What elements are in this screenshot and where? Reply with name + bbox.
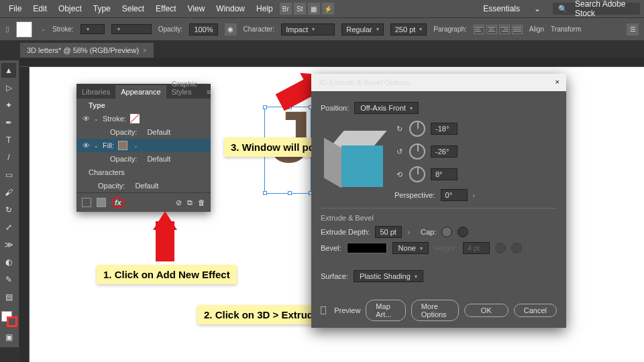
align-left-icon[interactable] — [474, 25, 484, 34]
characters-row[interactable]: Characters — [89, 168, 125, 176]
eyedropper-tool[interactable]: ✎ — [1, 272, 16, 287]
extrude-depth-value[interactable]: 50 pt — [375, 226, 402, 238]
pen-tool[interactable]: ✒ — [1, 115, 16, 130]
duplicate-icon[interactable]: ⧉ — [187, 198, 193, 207]
stroke-weight[interactable] — [80, 24, 105, 34]
menu-object[interactable]: Object — [54, 2, 87, 15]
rectangle-tool[interactable]: ▭ — [1, 168, 16, 182]
bridge-icon[interactable]: Br — [280, 3, 292, 15]
brush-tool[interactable]: 🖌 — [1, 185, 16, 200]
para-align-group — [474, 25, 523, 34]
fill-stroke-indicator[interactable] — [1, 311, 17, 327]
selection-tool[interactable]: ▲ — [1, 63, 16, 78]
artboard[interactable]: J Libraries Appearance Graphic Styles ≡ … — [30, 67, 644, 362]
ok-button[interactable]: OK — [464, 304, 508, 317]
cap-label: Cap: — [421, 228, 436, 236]
cap-off-button[interactable] — [458, 227, 468, 237]
new-stroke-icon[interactable] — [82, 198, 91, 207]
document-tab[interactable]: 3D letters* @ 58% (RGB/Preview) × — [20, 43, 154, 58]
x-angle[interactable]: -18° — [431, 123, 458, 135]
shape-builder-tool[interactable]: ◐ — [1, 255, 16, 269]
menu-file[interactable]: File — [4, 2, 26, 15]
align-right-icon[interactable] — [499, 25, 510, 34]
fill-swatch[interactable] — [118, 141, 127, 150]
visibility-icon[interactable]: 👁 — [82, 141, 90, 149]
vertical-ruler — [20, 67, 30, 362]
trash-icon[interactable]: 🗑 — [198, 198, 205, 206]
type-tool[interactable]: T — [1, 133, 16, 147]
stroke-swatch[interactable] — [130, 114, 140, 123]
z-dial[interactable] — [409, 166, 425, 182]
line-tool[interactable]: / — [1, 150, 16, 165]
gpu-icon[interactable]: ⚡ — [322, 3, 334, 15]
tab-appearance[interactable]: Appearance — [115, 85, 166, 99]
width-tool[interactable]: ≫ — [1, 237, 16, 252]
direct-selection-tool[interactable]: ▷ — [1, 80, 16, 95]
menu-view[interactable]: View — [183, 2, 210, 15]
more-options-button[interactable]: More Options — [411, 300, 459, 321]
menu-edit[interactable]: Edit — [28, 2, 52, 15]
arrange-icon[interactable]: ▦ — [308, 3, 320, 15]
stroke-label: Stroke: — [52, 25, 74, 33]
menu-window[interactable]: Window — [211, 2, 250, 15]
rotate-tool[interactable]: ↻ — [1, 202, 16, 217]
close-icon[interactable]: × — [555, 78, 559, 86]
y-dial[interactable] — [409, 143, 425, 160]
visibility-icon[interactable]: 👁 — [82, 115, 90, 123]
rotation-cube[interactable] — [321, 131, 381, 191]
surface-select[interactable]: Plastic Shading — [354, 270, 423, 282]
arrow-1-head — [153, 211, 177, 230]
screen-mode-tool[interactable]: ▣ — [1, 330, 16, 345]
map-art-button[interactable]: Map Art... — [366, 300, 405, 321]
more-options-icon[interactable]: ☰ — [627, 23, 639, 36]
add-effect-button[interactable]: fx — [111, 197, 125, 208]
stroke-row-label: Stroke: — [103, 115, 126, 123]
fill-opacity-val[interactable]: Default — [147, 155, 170, 163]
bevel-select[interactable]: None — [392, 242, 429, 254]
z-angle[interactable]: 8° — [431, 168, 458, 180]
new-fill-icon[interactable] — [97, 198, 106, 207]
opacity-label: Opacity: — [158, 25, 183, 33]
align-link[interactable]: Align — [529, 25, 544, 33]
perspective-value[interactable]: 0° — [441, 189, 468, 201]
tab-libraries[interactable]: Libraries — [76, 85, 115, 99]
preview-checkbox[interactable] — [321, 306, 326, 314]
appear-type: Type — [89, 101, 105, 109]
menu-type[interactable]: Type — [89, 2, 115, 15]
scale-tool[interactable]: ⤢ — [1, 220, 16, 235]
cap-on-button[interactable] — [441, 227, 452, 237]
justify-icon[interactable] — [512, 25, 523, 34]
fill-swatch[interactable] — [16, 21, 32, 38]
cancel-button[interactable]: Cancel — [514, 304, 557, 317]
tab-graphic-styles[interactable]: Graphic Styles — [166, 77, 203, 99]
stroke-opacity-val[interactable]: Default — [147, 128, 170, 136]
align-center-icon[interactable] — [486, 25, 497, 34]
menu-select[interactable]: Select — [117, 2, 149, 15]
transform-link[interactable]: Transform — [551, 25, 581, 33]
font-family[interactable]: Impact — [281, 23, 335, 36]
preview-label[interactable]: Preview — [334, 306, 360, 314]
font-size[interactable]: 250 pt — [390, 23, 427, 36]
magic-wand-tool[interactable]: ✦ — [1, 98, 16, 113]
position-select[interactable]: Off-Axis Front — [354, 102, 419, 114]
font-style[interactable]: Regular — [341, 23, 384, 36]
y-angle[interactable]: -26° — [431, 145, 458, 158]
picker-icon[interactable]: ▯ — [5, 25, 9, 34]
chevron-down-icon[interactable]: ⌄ — [94, 143, 99, 149]
search-input[interactable]: 🔍 Search Adobe Stock — [553, 3, 640, 15]
main-opacity-val[interactable]: Default — [135, 182, 158, 190]
chevron-down-icon[interactable]: ⌄ — [94, 116, 99, 122]
menu-help[interactable]: Help — [252, 2, 278, 15]
opacity-value[interactable]: 100% — [189, 23, 217, 36]
x-dial[interactable] — [409, 121, 425, 137]
menu-effect[interactable]: Effect — [151, 2, 180, 15]
styles-icon[interactable]: ◉ — [225, 23, 237, 36]
panel-menu-icon[interactable]: ≡ — [203, 85, 215, 99]
workspace-switcher[interactable]: Essentials⌄ — [473, 0, 551, 17]
gradient-tool[interactable]: ▤ — [1, 290, 16, 304]
dialog-title-bar[interactable]: 3D Extrude & Bevel Options× — [311, 74, 566, 91]
close-tab-icon[interactable]: × — [143, 47, 147, 54]
stock-icon[interactable]: St — [294, 3, 306, 15]
clear-icon[interactable]: ⊘ — [176, 198, 182, 207]
stroke-profile[interactable] — [111, 24, 152, 34]
